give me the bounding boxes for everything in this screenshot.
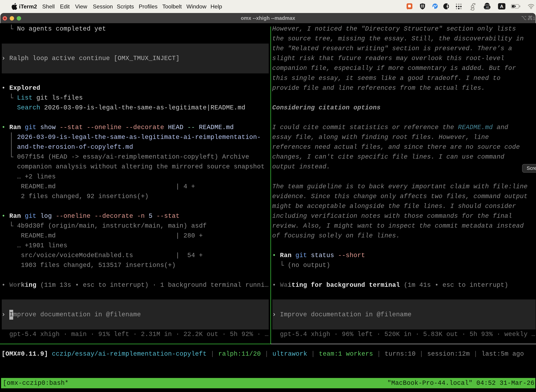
svg-text:1: 1 [533, 16, 535, 21]
svg-text:..61: ..61 [485, 6, 490, 9]
